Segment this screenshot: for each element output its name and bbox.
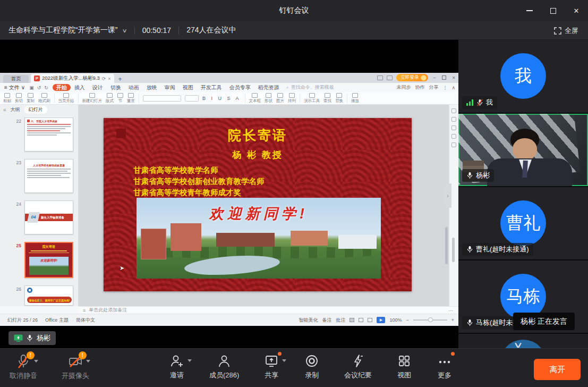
wps-menu-insert[interactable]: 插入 bbox=[71, 84, 89, 91]
expand-sidebar-handle[interactable]: › bbox=[444, 183, 451, 208]
copy-button[interactable]: 复制 bbox=[27, 93, 35, 104]
view-normal-icon[interactable] bbox=[350, 318, 354, 322]
rail-tool-icon[interactable] bbox=[451, 134, 456, 139]
wps-menu-view[interactable]: 视图 bbox=[179, 84, 197, 91]
wps-menu-home[interactable]: 开始 bbox=[53, 84, 71, 91]
comments-toggle[interactable]: 批注 bbox=[336, 317, 345, 324]
sync-status[interactable]: 未同步 bbox=[396, 84, 411, 91]
play-from-page-button[interactable]: 当页开始 bbox=[58, 93, 74, 104]
wps-menu-animation[interactable]: 动画 bbox=[125, 84, 143, 91]
zoom-out-button[interactable]: − bbox=[406, 317, 408, 323]
rail-tool-icon[interactable] bbox=[451, 142, 456, 147]
wps-menu-slideshow[interactable]: 放映 bbox=[143, 84, 161, 91]
camera-on-button[interactable]: ! 开摄像头 bbox=[62, 354, 89, 381]
replace-button[interactable]: 替换 bbox=[335, 93, 343, 104]
slideshow-play-button[interactable]: ▶ bbox=[377, 317, 385, 323]
tab-slides[interactable]: 幻灯片 bbox=[24, 106, 47, 114]
wps-menu-templates[interactable]: 稻壳资源 bbox=[254, 84, 283, 91]
paste-button[interactable]: 粘贴 bbox=[3, 93, 11, 104]
rail-scrollbar[interactable] bbox=[452, 238, 455, 262]
wps-file-menu[interactable]: ≡ 文件 ∨ bbox=[0, 84, 29, 91]
notes-more-icon[interactable]: ⋯ bbox=[448, 308, 453, 313]
mic-options-caret-icon[interactable] bbox=[34, 360, 38, 363]
zoom-level[interactable]: 100% bbox=[389, 317, 402, 323]
invite-caret-icon[interactable] bbox=[188, 359, 192, 362]
invite-button[interactable]: 邀请 bbox=[169, 354, 185, 380]
font-name-select[interactable] bbox=[143, 95, 181, 102]
rail-tool-icon[interactable] bbox=[451, 125, 456, 130]
tab-outline[interactable]: 大纲 bbox=[11, 106, 20, 113]
zoom-slider[interactable] bbox=[413, 319, 447, 321]
collapse-ribbon-icon[interactable]: ∧ bbox=[451, 85, 455, 90]
rail-tool-icon[interactable] bbox=[451, 117, 456, 122]
notes-toggle[interactable]: 备注 bbox=[322, 317, 331, 324]
arrange-button[interactable]: 排列 bbox=[288, 93, 296, 104]
playback-button[interactable]: 播放 bbox=[351, 93, 359, 104]
wps-home-tab[interactable]: 首页 bbox=[3, 75, 29, 83]
view-button[interactable]: 视图 bbox=[396, 354, 412, 380]
wps-minimize-button[interactable]: − bbox=[432, 75, 437, 81]
wps-menu-member[interactable]: 会员专享 bbox=[226, 84, 254, 91]
rail-tool-icon[interactable] bbox=[451, 108, 456, 113]
tab-close-icon[interactable]: × bbox=[108, 76, 110, 81]
wps-quick-access-icons[interactable]: ▣ ↺ ↻ bbox=[29, 85, 48, 90]
participant-tile-me[interactable]: 我 我 bbox=[458, 40, 588, 113]
layout-button[interactable]: 版式 bbox=[106, 93, 114, 104]
view-reading-icon[interactable] bbox=[368, 318, 372, 322]
wps-document-tab[interactable]: P 2022级新生入学...杨彬9.3 ⟳ × bbox=[31, 74, 114, 83]
wps-maximize-button[interactable] bbox=[441, 75, 447, 81]
refresh-icon[interactable]: ⟳ bbox=[102, 76, 106, 81]
reset-button[interactable]: 重置 bbox=[127, 93, 135, 104]
close-button[interactable]: ✕ bbox=[565, 0, 588, 21]
panes-icon[interactable] bbox=[387, 75, 393, 80]
wps-login-button[interactable]: 立即登录 bbox=[396, 74, 428, 81]
participant-tile-caoli[interactable]: 曹礼 曹礼(超时未接通) bbox=[458, 186, 588, 259]
font-style-buttons[interactable]: B I U S A bbox=[202, 96, 241, 101]
share-button[interactable]: 分享 bbox=[429, 84, 438, 91]
current-slide[interactable]: 院长寄语 杨 彬 教授 甘肃省高等学校教学名师 甘肃省高等学校创新创业教育教学名… bbox=[104, 118, 412, 291]
minimize-button[interactable] bbox=[518, 0, 541, 21]
share-screen-button[interactable]: 共享 bbox=[263, 354, 279, 380]
fullscreen-button[interactable]: 全屏 bbox=[554, 21, 578, 40]
present-tools-button[interactable]: 演示工具 bbox=[304, 93, 320, 104]
wps-search-box[interactable]: ⌕ 查找命令、搜索模板 bbox=[286, 84, 334, 91]
new-slide-button[interactable]: 新建幻灯片 bbox=[82, 93, 103, 104]
collapse-panel-icon[interactable]: « bbox=[3, 107, 6, 113]
wps-close-button[interactable]: × bbox=[451, 75, 456, 81]
kebab-icon[interactable]: ⋮ bbox=[442, 85, 447, 90]
shapes-button[interactable]: 形状 bbox=[265, 93, 272, 104]
slide-thumbnail-23[interactable]: 人才培养特色鲜明成效显著 bbox=[24, 159, 73, 193]
participant-tile-speaker[interactable]: 杨彬 bbox=[458, 113, 588, 186]
zoom-slider-knob[interactable] bbox=[428, 317, 433, 322]
picture-button[interactable]: 图片 bbox=[276, 93, 284, 104]
members-button[interactable]: 成员(286) bbox=[209, 354, 239, 380]
more-button[interactable]: 更多 bbox=[437, 354, 453, 380]
cut-button[interactable]: 剪切 bbox=[15, 93, 23, 104]
view-sorter-icon[interactable] bbox=[359, 318, 363, 322]
status-language[interactable]: 简体中文 bbox=[76, 317, 95, 324]
wps-menu-review[interactable]: 审阅 bbox=[161, 84, 179, 91]
share-caret-icon[interactable] bbox=[282, 359, 286, 362]
minutes-button[interactable]: 会议纪要 bbox=[344, 354, 372, 380]
wps-menu-design[interactable]: 设计 bbox=[89, 84, 107, 91]
maximize-button[interactable] bbox=[541, 0, 565, 21]
participant-tile-partial[interactable]: ∨ bbox=[458, 333, 588, 348]
slide-thumbnail-22[interactable]: 六、学院人才培养成效 bbox=[24, 117, 73, 152]
beautify-button[interactable]: 智能美化 bbox=[299, 317, 318, 324]
textbox-button[interactable]: 文本框 bbox=[249, 93, 261, 104]
wps-menu-devtools[interactable]: 开发工具 bbox=[197, 84, 226, 91]
layout-icon[interactable] bbox=[377, 75, 383, 80]
find-button[interactable]: 查找 bbox=[323, 93, 331, 104]
wps-menu-transition[interactable]: 切换 bbox=[107, 84, 125, 91]
canvas-scrollbar[interactable] bbox=[445, 227, 448, 264]
font-size-select[interactable] bbox=[185, 95, 199, 102]
slide-thumbnail-24[interactable]: 04 新生入学物资准备 bbox=[24, 200, 73, 234]
add-slide-button[interactable]: + bbox=[0, 294, 79, 306]
slide-thumbnail-25-active[interactable]: 院长寄语 欢迎新同学! bbox=[24, 242, 73, 278]
chevron-down-icon[interactable]: ∨ bbox=[122, 28, 127, 33]
leave-meeting-button[interactable]: 离开 bbox=[534, 359, 581, 380]
zoom-in-button[interactable]: + bbox=[451, 317, 454, 323]
collab-button[interactable]: 协作 bbox=[415, 84, 424, 91]
notes-bar[interactable]: ≡ 单击此处添加备注 ⋯ bbox=[79, 306, 458, 314]
camera-options-caret-icon[interactable] bbox=[86, 360, 90, 363]
